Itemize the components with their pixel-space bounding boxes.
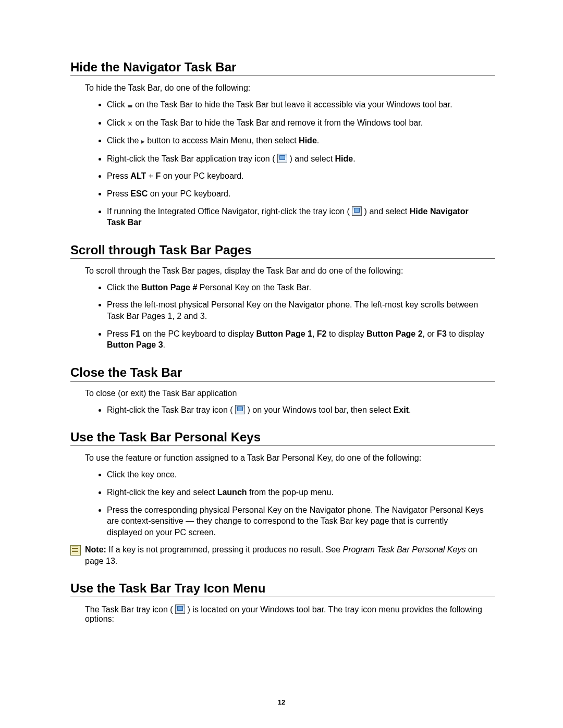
list-item: Right-click the Task Bar application tra… [107, 153, 495, 165]
heading-personal: Use the Task Bar Personal Keys [70, 430, 495, 446]
text: on the Task Bar to hide the Task Bar and… [133, 118, 423, 127]
text: If running the Integrated Office Navigat… [107, 207, 352, 216]
text: Click [107, 100, 127, 109]
section-scroll: Scroll through Task Bar Pages To scroll … [70, 243, 495, 351]
text: . [409, 405, 411, 414]
text: The Task Bar tray icon ( [85, 605, 175, 614]
section-hide: Hide the Navigator Task Bar To hide the … [70, 60, 495, 228]
bold-text: F1 [130, 329, 140, 338]
list-item: Press ALT + F on your PC keyboard. [107, 170, 495, 182]
text: . [317, 136, 319, 145]
bullets-close: Right-click the Task Bar tray icon ( ) o… [107, 404, 495, 416]
intro-close: To close (or exit) the Task Bar applicat… [85, 389, 495, 398]
text: to display [327, 329, 366, 338]
bold-text: Button Page 3 [107, 340, 163, 349]
minimize-icon [127, 100, 132, 111]
text: to display [447, 329, 484, 338]
heading-traymenu: Use the Task Bar Tray Icon Menu [70, 581, 495, 597]
text: Right-click the Task Bar application tra… [107, 154, 277, 163]
note: Note: If a key is not programmed, pressi… [70, 544, 495, 566]
text: on your PC keyboard. [148, 189, 230, 198]
text: from the pop-up menu. [247, 488, 334, 497]
bold-text: F [156, 171, 161, 180]
list-item: Click the Button Page # Personal Key on … [107, 282, 495, 293]
intro-scroll: To scroll through the Task Bar pages, di… [85, 266, 495, 276]
play-icon [141, 135, 145, 147]
heading-scroll: Scroll through Task Bar Pages [70, 243, 495, 259]
bullets-scroll: Click the Button Page # Personal Key on … [107, 282, 495, 351]
bold-text: Button Page 2 [366, 329, 423, 338]
list-item: Click the button to access Main Menu, th… [107, 135, 495, 147]
text: Click the [107, 136, 141, 145]
bullets-personal: Click the key once. Right-click the key … [107, 469, 495, 538]
heading-close: Close the Task Bar [70, 365, 495, 381]
text: ) and select [287, 154, 335, 163]
heading-hide: Hide the Navigator Task Bar [70, 60, 495, 76]
document-page: Hide the Navigator Task Bar To hide the … [0, 0, 563, 728]
list-item: Press F1 on the PC keyboard to display B… [107, 328, 495, 351]
close-icon [127, 118, 133, 129]
list-item: Right-click the Task Bar tray icon ( ) o… [107, 404, 495, 416]
list-item: Press ESC on your PC keyboard. [107, 188, 495, 200]
text: . [163, 340, 165, 349]
bold-text: F2 [317, 329, 327, 338]
text: Click the key once. [107, 470, 177, 479]
tray-icon [235, 405, 245, 414]
list-item: Click the key once. [107, 469, 495, 480]
note-text: Note: If a key is not programmed, pressi… [85, 544, 495, 566]
text: Press the left-most physical Personal Ke… [107, 300, 478, 320]
bold-text: Hide [299, 136, 317, 145]
bold-text: Button Page 1 [256, 329, 312, 338]
list-item: Press the corresponding physical Persona… [107, 504, 495, 538]
section-personal: Use the Task Bar Personal Keys To use th… [70, 430, 495, 566]
text: button to access Main Menu, then select [145, 136, 299, 145]
tray-icon [277, 154, 287, 163]
bold-text: Exit [394, 405, 409, 414]
text: Click [107, 118, 127, 127]
list-item: Press the left-most physical Personal Ke… [107, 299, 495, 322]
bullets-hide: Click on the Task Bar to hide the Task B… [107, 99, 495, 228]
page-number: 12 [0, 698, 563, 706]
text: on your PC keyboard. [161, 171, 243, 180]
text: Right-click the Task Bar tray icon ( [107, 405, 235, 414]
bold-text: Note: [85, 545, 106, 554]
bold-text: ESC [130, 189, 148, 198]
text: ) and select [362, 207, 410, 216]
text: Click the [107, 283, 141, 292]
section-traymenu: Use the Task Bar Tray Icon Menu The Task… [70, 581, 495, 624]
text: on the PC keyboard to display [140, 329, 256, 338]
bold-text: F3 [437, 329, 447, 338]
tray-icon [175, 604, 185, 614]
list-item: Click on the Task Bar to hide the Task B… [107, 117, 495, 129]
text: If a key is not programmed, pressing it … [106, 545, 343, 554]
list-item: Right-click the key and select Launch fr… [107, 487, 495, 498]
text: Right-click the key and select [107, 488, 217, 497]
text: Press [107, 329, 130, 338]
text: + [146, 171, 155, 180]
bold-text: Hide [335, 154, 353, 163]
section-close: Close the Task Bar To close (or exit) th… [70, 365, 495, 416]
bold-text: Launch [217, 488, 247, 497]
italic-text: Program Task Bar Personal Keys [342, 545, 466, 554]
tray-icon [352, 206, 362, 216]
note-icon [70, 545, 81, 556]
text: . [353, 154, 355, 163]
text: Press [107, 171, 130, 180]
list-item: If running the Integrated Office Navigat… [107, 206, 495, 228]
intro-personal: To use the feature or function assigned … [85, 453, 495, 463]
text: Press the corresponding physical Persona… [107, 505, 484, 537]
intro-hide: To hide the Task Bar, do one of the foll… [85, 83, 495, 93]
bold-text: Button Page # [141, 283, 198, 292]
text: ) on your Windows tool bar, then select [245, 405, 394, 414]
text: Press [107, 189, 130, 198]
text: , [312, 329, 317, 338]
text: , or [423, 329, 437, 338]
intro-traymenu: The Task Bar tray icon ( ) is located on… [85, 604, 495, 624]
list-item: Click on the Task Bar to hide the Task B… [107, 99, 495, 111]
text: Personal Key on the Task Bar. [197, 283, 311, 292]
text: on the Task Bar to hide the Task Bar but… [133, 100, 452, 109]
bold-text: ALT [130, 171, 146, 180]
